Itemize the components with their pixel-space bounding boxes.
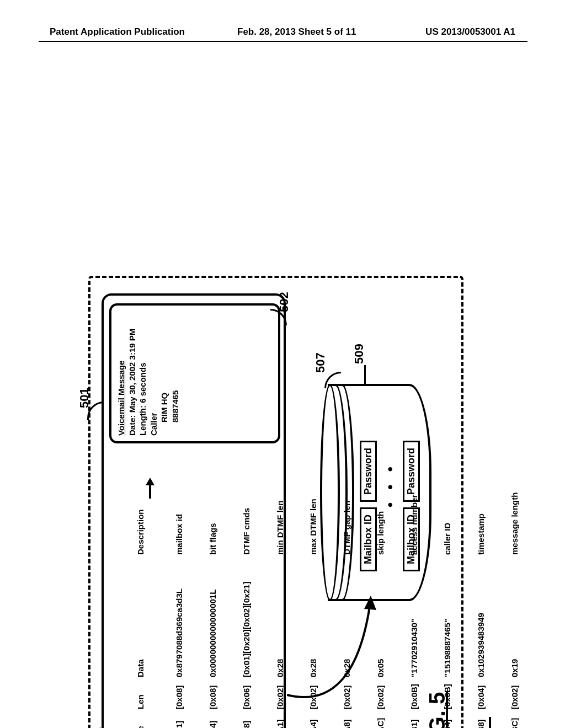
header-center: Feb. 28, 2013 Sheet 5 of 11	[237, 26, 356, 38]
table-row: [0xA1][0x02]0x28min DTMF len	[275, 480, 286, 728]
ref-509-leader	[364, 365, 366, 385]
ref-509: 509	[352, 344, 366, 364]
voicemail-message-box-502: Voicemail Message Date: May 30, 2002 3:1…	[109, 303, 280, 443]
figure-label: FIG. 5	[425, 692, 450, 728]
col-desc: Description	[135, 480, 146, 555]
table-row: [0xB8][0x04]0x102939483949timestamp	[476, 480, 487, 728]
password-cell: Password	[403, 441, 420, 502]
table-row: [0x98][0x06][0x01][0x20][0x02][0x21]DTMF…	[241, 480, 252, 728]
table-row: [0x91][0x08]0x8797088d369ca3d3Lmailbox i…	[174, 480, 185, 728]
ref-501: 501	[77, 388, 92, 408]
header-divider	[39, 41, 527, 42]
table-row: [0x94][0x08]0x0000000000000001Lbit flags	[207, 480, 218, 728]
db-record-1: Mailbox ID Password	[360, 441, 377, 571]
message-date: Date: May 30, 2002 3:19 PM	[127, 311, 138, 436]
ref-502: 502	[277, 292, 291, 312]
col-type: Type	[135, 709, 146, 728]
col-data: Data	[135, 555, 146, 677]
db-record-n: Mailbox ID Password	[403, 441, 420, 571]
figure-area: 500 501 504 Type Len Data Description [0…	[77, 105, 497, 634]
caller-number: 8887465	[170, 311, 181, 436]
caller-label: Caller	[148, 311, 159, 436]
table-row: [0xB4][0x0B]"15198887465"caller ID	[442, 480, 453, 728]
ref-507: 507	[313, 352, 328, 373]
header-left: Patent Application Publication	[50, 26, 185, 38]
box-501: Type Len Data Description [0x91][0x08]0x…	[102, 293, 286, 728]
password-cell: Password	[360, 441, 377, 502]
mailbox-id-cell: Mailbox ID	[360, 507, 377, 571]
col-len: Len	[135, 677, 146, 709]
mailbox-id-cell: Mailbox ID	[403, 507, 420, 571]
db-ellipsis: • • •	[382, 462, 399, 507]
database-cylinder: Mailbox ID Password • • • Mailbox ID Pas…	[320, 384, 441, 601]
arrow-501-to-db	[287, 590, 386, 711]
table-row: [0xBC][0x02]0x19message length	[509, 480, 520, 728]
header-right: US 2013/0053001 A1	[425, 26, 515, 38]
message-title: Voicemail Message	[116, 311, 127, 436]
caller-name: RIM HQ	[159, 311, 170, 436]
message-length: Length: 6 seconds	[137, 311, 148, 436]
